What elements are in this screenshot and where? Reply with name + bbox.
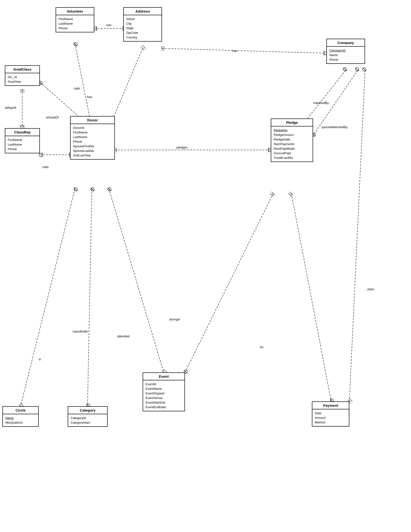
attr-circle-minqualamt: MinQualAmt <box>5 420 36 425</box>
attr-gradclass-gradyear: GradYear <box>8 79 37 84</box>
entity-address: Address Street City State ZipCode Countr… <box>123 7 162 42</box>
attr-company-id: CompanyId <box>329 48 362 53</box>
relationship-lines: has has isRepOf isGradOf calls <box>0 0 411 532</box>
svg-line-54 <box>313 70 358 135</box>
attr-circle-name: Name <box>5 416 36 420</box>
entity-payment-title: Payment <box>312 402 349 409</box>
svg-text:calls: calls <box>42 165 49 169</box>
svg-line-74 <box>74 188 77 191</box>
attr-pledge-creditcard: CreditCardNo <box>274 155 310 160</box>
attr-donor-id: DonorId <box>73 125 112 130</box>
attr-address-state: State <box>126 26 159 30</box>
attr-address-country: Country <box>126 35 159 40</box>
entity-pledge-title: Pledge <box>271 119 313 126</box>
svg-point-73 <box>74 188 77 191</box>
entity-classrep-title: ClassRep <box>5 129 39 136</box>
entity-company-title: Company <box>327 39 364 47</box>
entity-event-attrs: EventId EventName EventOrganiz: EventVen… <box>143 380 185 411</box>
attr-donor-spouselast: SpouseLastNa: <box>73 149 112 153</box>
attr-gradclass-gcid: GC_Id <box>8 75 37 79</box>
svg-line-70 <box>349 398 353 402</box>
svg-text:has: has <box>87 95 92 99</box>
svg-line-86 <box>108 188 111 191</box>
attr-address-zipcode: ZipCode <box>126 30 159 35</box>
entity-payment-attrs: Date Amount Method <box>312 409 349 426</box>
attr-donor-amtlastyear: AmtLastYear <box>73 153 112 158</box>
svg-line-78 <box>87 189 92 406</box>
attr-pledge-amountpaid: AmountPaid <box>274 151 310 155</box>
svg-text:for: for <box>260 345 264 349</box>
attr-event-venue: EventVenue <box>146 396 182 400</box>
attr-classrep-phone: Phone <box>8 147 37 151</box>
entity-donor-attrs: DonorId FirstName LastName Phone SpouseF… <box>71 124 114 159</box>
attr-volunteer-firstname: FirstName <box>58 17 91 21</box>
svg-line-50 <box>343 68 347 71</box>
entity-volunteer: Volunteer FirstName LastName Phone <box>56 7 94 32</box>
svg-text:duringA: duringA <box>169 317 180 321</box>
attr-pledge-numpayments: NumPayments: <box>274 142 310 146</box>
entity-donor-title: Donor <box>71 116 114 124</box>
svg-text:calls: calls <box>74 86 80 90</box>
svg-line-6 <box>162 48 326 53</box>
entity-category-title: Category <box>68 407 107 414</box>
svg-line-88 <box>163 369 167 373</box>
entity-event-title: Event <box>143 373 185 380</box>
attr-payment-date: Date <box>315 411 346 416</box>
svg-text:spouseMatchedBy: spouseMatchedBy <box>322 125 347 129</box>
attr-address-street: Street <box>126 17 159 21</box>
entity-company: Company CompanyId Name Phone <box>326 39 365 64</box>
svg-line-32 <box>142 45 146 49</box>
entity-pledge-attrs: PledgeNo PledgeAmoun: PledgeDate NumPaym… <box>271 126 313 162</box>
attr-payment-method: Method <box>315 420 346 425</box>
svg-text:isRepOf: isRepOf <box>5 106 16 110</box>
attr-category-name: CategoryNam: <box>71 420 105 425</box>
svg-text:has: has <box>106 23 112 27</box>
entity-payment: Payment Date Amount Method <box>312 401 349 427</box>
svg-point-25 <box>74 43 77 46</box>
attr-payment-amount: Amount <box>315 416 346 420</box>
svg-line-61 <box>290 192 293 195</box>
entity-classrep: ClassRep FirstName LastName Phone <box>5 128 40 153</box>
attr-volunteer-lastname: LastName <box>58 21 91 26</box>
attr-event-name: EventName <box>146 386 182 391</box>
svg-line-80 <box>91 188 94 191</box>
attr-classrep-firstname: FirstName <box>8 138 37 142</box>
entity-donor: Donor DonorId FirstName LastName Phone S… <box>70 116 115 160</box>
attr-company-phone: Phone <box>329 57 362 62</box>
attr-category-id: CategoryId <box>71 416 105 420</box>
entity-classrep-attrs: FirstName LastName Phone <box>5 136 39 153</box>
entity-volunteer-attrs: FirstName LastName Phone <box>56 15 94 32</box>
entity-category: Category CategoryId CategoryNam: <box>68 406 108 427</box>
svg-line-84 <box>109 189 164 372</box>
svg-line-91 <box>271 192 275 195</box>
svg-text:has: has <box>232 49 237 53</box>
svg-text:pledges: pledges <box>177 146 188 149</box>
svg-point-37 <box>39 153 42 156</box>
svg-line-26 <box>73 43 77 46</box>
attr-company-name: Name <box>329 53 362 57</box>
svg-line-92 <box>270 193 273 197</box>
entity-address-attrs: Street City State ZipCode Country <box>124 15 161 41</box>
svg-point-85 <box>108 188 111 191</box>
attr-pledge-numpaytmade: NumPaytMade: <box>274 146 310 151</box>
svg-point-55 <box>355 68 359 71</box>
attr-pledge-date: PledgeDate <box>274 137 310 142</box>
entity-circle-attrs: Name MinQualAmt <box>3 414 38 426</box>
attr-donor-phone: Phone <box>73 139 112 144</box>
entity-address-title: Address <box>124 8 161 15</box>
svg-line-76 <box>20 403 24 407</box>
attr-classrep-lastname: LastName <box>8 142 37 147</box>
attr-donor-firstname: FirstName <box>73 130 112 135</box>
svg-text:in: in <box>39 357 41 361</box>
diagram-container: has has isRepOf isGradOf calls <box>0 0 411 532</box>
entity-gradclass-title: GradClass <box>5 66 39 73</box>
entity-circle: Circle Name MinQualAmt <box>2 406 39 427</box>
attr-event-id: EventId <box>146 382 182 386</box>
svg-text:pays: pays <box>367 287 374 291</box>
attr-event-startdate: EventStartDat: <box>146 400 182 405</box>
entity-category-attrs: CategoryId CategoryNam: <box>68 414 107 426</box>
attr-donor-lastname: LastName <box>73 135 112 139</box>
attr-address-city: City <box>126 21 159 26</box>
svg-line-62 <box>288 193 291 197</box>
attr-event-organizer: EventOrganiz: <box>146 391 182 396</box>
